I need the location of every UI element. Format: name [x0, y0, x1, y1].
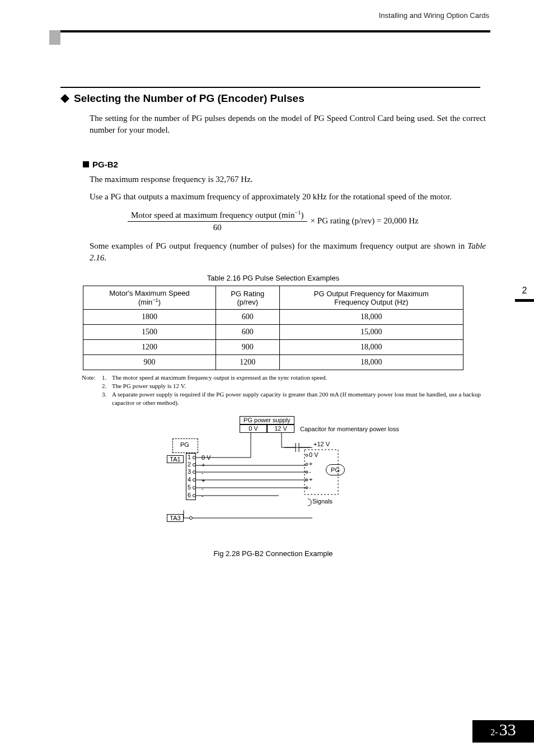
note-row: Note: 1. The motor speed at maximum freq… — [82, 374, 486, 382]
footer-tab: 2- 33 — [472, 720, 534, 743]
note-row: 2. The PG power supply is 12 V. — [82, 382, 486, 390]
content-area: Selecting the Number of PG (Encoder) Pul… — [60, 87, 486, 558]
th-speed-b1: (min — [138, 298, 152, 306]
paragraph-2: Use a PG that outputs a maximum frequenc… — [90, 191, 486, 203]
square-bullet-icon — [83, 161, 89, 167]
pg-table: Motor's Maximum Speed (min−1) PG Rating … — [83, 286, 463, 370]
figure-caption: Fig 2.28 PG-B2 Connection Example — [60, 549, 486, 558]
cell-freq: 15,000 — [279, 325, 463, 340]
note-idx: 1. — [102, 374, 110, 382]
note-text: A separate power supply is required if t… — [112, 390, 486, 407]
p3-a: Some examples of PG output frequency (nu… — [90, 241, 467, 250]
ta3-box: TA3 — [167, 514, 184, 522]
subsection-title: PG-B2 — [92, 160, 118, 169]
formula-numerator: Motor speed at maximum frequency output … — [128, 209, 307, 222]
table-row: 1500 600 15,000 — [83, 325, 463, 340]
note-text: The motor speed at maximum frequency out… — [112, 374, 327, 382]
formula-num-exp: −1 — [294, 209, 301, 216]
note-idx: 3. — [102, 390, 110, 407]
right-minus: - — [309, 468, 311, 475]
th-output-a: PG Output Frequency for Maximum — [314, 290, 429, 298]
cell-freq: 18,000 — [279, 355, 463, 370]
figure-pg-b2: PG power supply 0 V 12 V Capacitor for m… — [167, 416, 380, 539]
ta3-label: TA3 — [170, 515, 180, 521]
section-title: Selecting the Number of PG (Encoder) Pul… — [74, 92, 305, 105]
cell-speed: 1500 — [83, 325, 216, 340]
right-minus: - — [309, 484, 311, 491]
formula-num-b: ) — [301, 211, 304, 220]
table-row: 900 1200 18,000 — [83, 355, 463, 370]
th-speed: Motor's Maximum Speed (min−1) — [83, 286, 216, 310]
th-output-b: Frequency Output (Hz) — [334, 298, 408, 306]
cell-freq: 18,000 — [279, 310, 463, 325]
formula-denominator: 60 — [213, 222, 222, 232]
note-row: 3. A separate power supply is required i… — [82, 390, 486, 407]
table-row: 1200 900 18,000 — [83, 340, 463, 355]
cell-rating: 600 — [216, 310, 279, 325]
th-speed-exp: −1 — [152, 297, 158, 303]
svg-point-11 — [306, 454, 308, 456]
formula: Motor speed at maximum frequency output … — [128, 209, 486, 232]
note-prefix: Note: — [82, 374, 100, 382]
svg-marker-0 — [60, 94, 69, 103]
footer-prefix: 2- — [490, 722, 498, 738]
terminal-icon — [189, 516, 193, 520]
cell-rating: 1200 — [216, 355, 279, 370]
paragraph-1: The maximum response frequency is 32,767… — [90, 174, 486, 185]
side-chapter-num: 2 — [515, 286, 534, 296]
th-speed-b2: ) — [158, 298, 161, 306]
cell-speed: 1800 — [83, 310, 216, 325]
right-plus: + — [309, 460, 312, 467]
section-heading-row: Selecting the Number of PG (Encoder) Pul… — [60, 92, 486, 105]
formula-fraction: Motor speed at maximum frequency output … — [128, 209, 307, 232]
pg-right-box: PG — [326, 464, 345, 475]
header-grey-block — [49, 30, 60, 45]
cell-rating: 900 — [216, 340, 279, 355]
table-header-row: Motor's Maximum Speed (min−1) PG Rating … — [83, 286, 463, 310]
th-rating: PG Rating (p/rev) — [216, 286, 279, 310]
pg-right-label: PG — [331, 466, 340, 473]
formula-tail: × PG rating (p/rev) = 20,000 Hz — [311, 216, 419, 226]
section-intro: The setting for the number of PG pulses … — [90, 113, 486, 136]
svg-point-12 — [306, 463, 308, 465]
table-row: 1800 600 18,000 — [83, 310, 463, 325]
table-caption: Table 2.16 PG Pulse Selection Examples — [60, 274, 486, 282]
cell-speed: 900 — [83, 355, 216, 370]
notes-block: Note: 1. The motor speed at maximum freq… — [82, 374, 486, 407]
p3-b: . — [104, 253, 106, 262]
note-spacer — [82, 382, 100, 390]
cell-freq: 18,000 — [279, 340, 463, 355]
th-output: PG Output Frequency for Maximum Frequenc… — [279, 286, 463, 310]
th-rating-b: (p/rev) — [237, 298, 259, 306]
formula-num-a: Motor speed at maximum frequency output … — [131, 211, 294, 220]
wiring-svg — [167, 416, 380, 539]
right-0v: 0 V — [309, 451, 318, 458]
note-idx: 2. — [102, 382, 110, 390]
subsection-heading-row: PG-B2 — [83, 160, 486, 169]
section-rule — [60, 87, 480, 88]
note-spacer — [82, 390, 100, 407]
cell-rating: 600 — [216, 325, 279, 340]
running-head: Installing and Wiring Option Cards — [379, 11, 489, 20]
cell-speed: 1200 — [83, 340, 216, 355]
header-black-rule — [60, 30, 490, 32]
signals-label: Signals — [312, 498, 332, 505]
footer-page: 33 — [499, 720, 516, 739]
side-bar — [515, 299, 534, 302]
side-tab: 2 — [515, 286, 534, 302]
th-rating-a: PG Rating — [231, 290, 264, 298]
diamond-icon — [60, 94, 69, 103]
th-speed-a: Motor's Maximum Speed — [109, 289, 189, 297]
note-text: The PG power supply is 12 V. — [112, 382, 186, 390]
right-plus: + — [309, 476, 312, 483]
paragraph-3: Some examples of PG output frequency (nu… — [90, 240, 486, 264]
